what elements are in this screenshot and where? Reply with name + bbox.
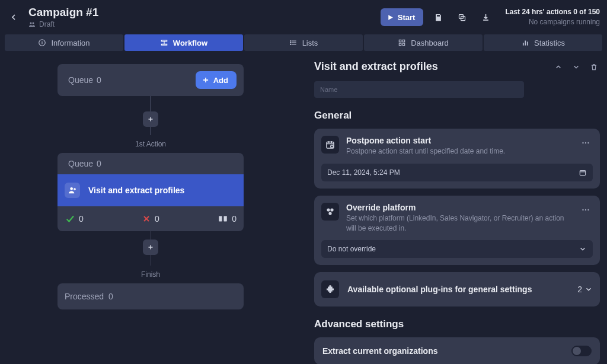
svg-point-15 bbox=[290, 42, 290, 43]
running-text: No campaigns running bbox=[505, 17, 600, 27]
person-plus-icon bbox=[65, 183, 80, 198]
calendar-small-icon bbox=[579, 168, 587, 177]
svg-rect-33 bbox=[219, 216, 222, 222]
tab-label: Information bbox=[51, 39, 90, 47]
override-card: Override platform Set which platform (Li… bbox=[314, 196, 600, 266]
copy-button[interactable] bbox=[453, 8, 471, 26]
postpone-desc: Postpone action start until specified da… bbox=[346, 146, 571, 157]
main: Queue0 Add 1st Action Queue0 Visit bbox=[0, 51, 607, 364]
stat-success: 0 bbox=[65, 213, 84, 224]
tab-workflow[interactable]: Workflow bbox=[124, 34, 243, 51]
extract-org-label: Extract current organizations bbox=[322, 346, 438, 356]
queue-card: Queue0 Add bbox=[57, 64, 244, 96]
svg-rect-7 bbox=[42, 41, 43, 41]
start-button[interactable]: Start bbox=[381, 8, 424, 26]
plugin-icon bbox=[321, 280, 339, 298]
queue-count: 0 bbox=[97, 75, 101, 85]
first-action-label: 1st Action bbox=[135, 140, 166, 148]
svg-rect-34 bbox=[224, 216, 227, 222]
svg-rect-23 bbox=[527, 41, 528, 45]
move-down-button[interactable] bbox=[570, 61, 582, 73]
connector bbox=[150, 96, 151, 111]
svg-rect-21 bbox=[523, 43, 524, 46]
extract-org-row: Extract current organizations bbox=[314, 337, 600, 364]
processed-card: Processed 0 bbox=[57, 283, 244, 309]
svg-point-44 bbox=[587, 142, 589, 143]
svg-rect-18 bbox=[402, 40, 405, 42]
action-row[interactable]: Visit and extract profiles bbox=[57, 174, 244, 206]
platform-icon bbox=[321, 203, 339, 221]
postpone-datetime[interactable]: Dec 11, 2024, 5:24 PM bbox=[321, 164, 593, 181]
finish-label: Finish bbox=[141, 270, 160, 279]
stat-process: 0 bbox=[218, 213, 237, 224]
svg-rect-8 bbox=[161, 40, 167, 41]
tab-label: Lists bbox=[302, 39, 318, 47]
add-button[interactable]: Add bbox=[196, 71, 237, 89]
add-step-button[interactable] bbox=[143, 111, 158, 127]
svg-point-0 bbox=[30, 23, 32, 24]
svg-point-49 bbox=[328, 212, 331, 215]
chevron-down-icon bbox=[579, 245, 587, 253]
svg-rect-22 bbox=[525, 41, 526, 46]
name-input[interactable] bbox=[314, 81, 524, 98]
svg-point-52 bbox=[587, 209, 589, 210]
svg-rect-17 bbox=[400, 40, 402, 42]
extract-org-toggle[interactable] bbox=[571, 346, 592, 356]
svg-rect-45 bbox=[580, 170, 585, 175]
move-up-button[interactable] bbox=[552, 61, 564, 73]
postpone-card: Postpone action start Postpone action st… bbox=[314, 129, 600, 189]
general-heading: General bbox=[314, 110, 600, 122]
tab-dashboard[interactable]: Dashboard bbox=[364, 34, 483, 51]
add-label: Add bbox=[213, 76, 228, 85]
svg-point-41 bbox=[331, 145, 334, 148]
postpone-options[interactable] bbox=[579, 136, 593, 150]
download-button[interactable] bbox=[477, 8, 494, 26]
stat-fail: 0 bbox=[142, 214, 159, 223]
status-label: Draft bbox=[39, 20, 55, 28]
action-stats: 0 0 0 bbox=[57, 206, 244, 231]
chevron-down-icon bbox=[584, 285, 593, 293]
svg-point-42 bbox=[582, 142, 583, 143]
tab-label: Dashboard bbox=[411, 39, 449, 47]
action-title: Visit and extract profiles bbox=[88, 186, 184, 195]
workflow-canvas: Queue0 Add 1st Action Queue0 Visit bbox=[0, 51, 301, 364]
svg-rect-10 bbox=[161, 44, 167, 45]
add-step-button-2[interactable] bbox=[143, 240, 158, 255]
override-title: Override platform bbox=[346, 203, 571, 212]
back-button[interactable] bbox=[7, 11, 20, 24]
panel-title: Visit and extract profiles bbox=[314, 60, 438, 73]
svg-point-48 bbox=[330, 208, 333, 211]
svg-marker-2 bbox=[388, 15, 393, 20]
plugins-count: 2 bbox=[577, 285, 593, 294]
plugins-title: Available optional plug-ins for general … bbox=[347, 285, 569, 294]
svg-point-28 bbox=[70, 187, 73, 190]
svg-point-1 bbox=[33, 23, 34, 24]
connector bbox=[150, 231, 151, 240]
tab-statistics[interactable]: Statistics bbox=[484, 34, 602, 51]
postpone-title: Postpone action start bbox=[346, 136, 571, 145]
svg-point-50 bbox=[582, 209, 583, 210]
processed-count: 0 bbox=[108, 292, 113, 301]
override-options[interactable] bbox=[579, 203, 593, 217]
action-card[interactable]: Queue0 Visit and extract profiles 0 0 bbox=[57, 153, 244, 231]
tab-label: Statistics bbox=[534, 39, 565, 47]
start-label: Start bbox=[398, 13, 416, 22]
tab-information[interactable]: Information bbox=[5, 34, 123, 51]
queue-label: Queue0 bbox=[65, 75, 101, 85]
tabs: Information Workflow Lists Dashboard Sta… bbox=[0, 34, 607, 51]
plugins-card[interactable]: Available optional plug-ins for general … bbox=[314, 272, 600, 306]
header-right-text: Last 24 hrs' actions 0 of 150 No campaig… bbox=[505, 7, 600, 27]
title-block: Campaign #1 Draft bbox=[28, 6, 98, 28]
delete-button[interactable] bbox=[588, 61, 600, 73]
svg-point-14 bbox=[290, 41, 290, 41]
connector bbox=[150, 255, 151, 266]
override-select[interactable]: Do not override bbox=[321, 240, 593, 258]
header: Campaign #1 Draft Start Last 24 hrs' act… bbox=[0, 0, 607, 34]
status-row: Draft bbox=[28, 20, 98, 28]
save-button[interactable] bbox=[429, 8, 447, 26]
advanced-heading: Advanced settings bbox=[314, 318, 600, 330]
campaign-title: Campaign #1 bbox=[28, 6, 98, 19]
action-queue-row: Queue0 bbox=[57, 153, 244, 174]
people-icon bbox=[28, 21, 36, 28]
tab-lists[interactable]: Lists bbox=[244, 34, 363, 51]
